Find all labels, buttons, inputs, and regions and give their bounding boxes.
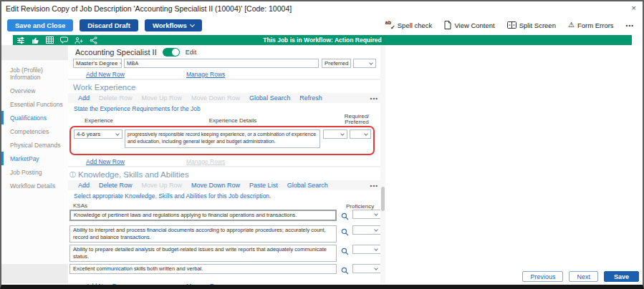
sidebar-item-job-posting[interactable]: Job Posting [1,165,68,179]
comment-icon[interactable] [60,36,68,44]
split-screen-icon [507,21,516,29]
experience-extra-select[interactable] [350,129,371,139]
experience-column-header: Experience [74,117,124,124]
more-options-button[interactable]: ••• [626,22,634,29]
search-icon[interactable] [341,265,349,278]
chevron-down-icon [369,61,373,65]
form-errors-button[interactable]: ⚠ Form Errors [568,21,614,29]
sidebar-item-marketpay[interactable]: MarketPay [1,152,68,165]
discard-draft-button[interactable]: Discard Draft [80,19,138,31]
search-icon[interactable] [341,210,349,223]
proficiency-select[interactable] [352,225,381,235]
refresh-button[interactable]: Refresh [299,94,322,102]
proficiency-column-header: Proficiency [346,203,374,210]
table-icon[interactable] [46,36,54,44]
sidebar-item-overview[interactable]: Overview [1,84,68,97]
close-icon[interactable]: × [632,4,636,12]
proficiency-select[interactable] [352,264,381,273]
experience-details-textarea[interactable]: progressively responsible record keeping… [125,129,320,148]
save-button[interactable]: Save [604,271,639,282]
view-content-button[interactable]: View Content [444,21,494,29]
global-search-button[interactable]: Global Search [249,94,290,102]
education-links-row: Add New Row Manage Rows [68,68,384,79]
sidebar-item-job-profile-information[interactable]: Job (Profile) Information [1,63,68,84]
search-icon[interactable] [341,226,349,239]
job-title-row: Accounting Specialist II Edit [68,45,384,59]
experience-required-select[interactable] [323,129,347,139]
split-screen-button[interactable]: Split Screen [507,21,556,29]
sidebar-item-qualifications[interactable]: Qualifications [1,111,68,124]
work-experience-instruction: State the Experience Requirements for th… [68,103,384,114]
workflows-button[interactable]: Workflows [145,19,202,31]
add-person-icon[interactable] [75,36,83,44]
global-search-button[interactable]: Global Search [287,182,328,189]
chevron-down-icon [120,61,122,65]
add-new-row-link[interactable]: Add New Row [86,71,125,78]
chevron-down-icon [374,227,378,232]
move-down-row-button[interactable]: Move Down Row [191,182,240,189]
spell-check-label: Spell check [398,21,433,29]
experience-row-annotated: 4-6 years progressively responsible reco… [69,126,375,155]
work-experience-links-row: Add New Row Manage Rows [68,155,384,167]
degree-extra-select[interactable] [353,59,376,68]
content-scrollbar[interactable] [380,45,385,283]
manage-rows-link: Manage Rows [186,158,225,165]
proficiency-select[interactable] [352,210,381,219]
ksa-row: Knowledge of pertinent laws and regulati… [69,210,384,223]
search-icon[interactable] [341,245,349,258]
degree-required-select[interactable]: Preferred [322,59,351,68]
add-button[interactable]: Add [78,182,90,189]
paste-list-button[interactable]: Paste List [249,182,278,189]
job-title: Accounting Specialist II [75,48,157,57]
add-new-row-link[interactable]: Add New Row [86,283,125,289]
ksa-row: Ability to interpret and process financi… [69,225,384,243]
more-options-button[interactable]: ••• [370,95,378,102]
manage-rows-link[interactable]: Manage Rows [186,71,225,78]
document-icon [444,21,451,29]
previous-button[interactable]: Previous [522,271,563,282]
sliders-icon[interactable] [16,36,25,44]
degree-required-value: Preferred [325,60,348,67]
sidebar-item-workflow-details[interactable]: Workflow Details [1,179,68,192]
form-content: Accounting Specialist II Edit Master's D… [68,45,385,283]
sidebar-item-essential-functions[interactable]: Essential Functions [1,97,68,111]
save-and-close-button[interactable]: Save and Close [7,19,73,31]
manage-rows-link[interactable]: Manage Rows [186,283,225,289]
sidebar-item-physical-demands[interactable]: Physical Demands [1,138,68,152]
sidebar-item-list: Job (Profile) Information Overview Essen… [1,60,68,192]
education-row: Master's Degree MBA Preferred [73,59,384,68]
degree-select[interactable]: Master's Degree [73,59,122,68]
more-options-button[interactable]: ••• [370,182,378,189]
ksas-column-header: KSAs [73,202,87,209]
sidebar-top-spacer [1,45,68,60]
page-title: Edit Revision Copy of Job Description 'A… [6,4,292,13]
thumbs-up-icon[interactable] [32,36,39,44]
ksa-text-input[interactable]: Knowledge of pertinent laws and regulati… [69,210,337,221]
delete-row-button[interactable]: Delete Row [99,182,133,189]
sidebar-item-competencies[interactable]: Competencies [1,124,68,138]
scrollbar-thumb[interactable] [381,187,385,211]
info-icon[interactable]: ⓘ [69,172,76,178]
next-button[interactable]: Next [569,271,598,282]
add-new-row-link[interactable]: Add New Row [86,158,125,165]
experience-value: 4-6 years [77,131,100,137]
ksa-links-row: Add New Row Manage Rows [68,280,384,289]
ksa-text-input[interactable]: Ability to interpret and process financi… [69,225,337,243]
form-errors-label: Form Errors [577,21,614,29]
ksa-text-input[interactable]: Ability to prepare detailed analysis of … [69,245,337,262]
chevron-down-icon [115,132,120,136]
degree-details-input[interactable]: MBA [124,59,319,68]
work-experience-column-headers: Experience Experience Details Required/ … [68,114,384,126]
chevron-down-icon [190,21,195,26]
banner-icon-group [16,36,97,44]
proficiency-select[interactable] [352,245,381,254]
view-content-label: View Content [454,21,494,29]
required-preferred-column-header: Required/ Preferred [335,114,379,125]
spell-check-button[interactable]: ab✓ Spell check [385,21,433,29]
share-icon[interactable] [90,36,97,44]
add-button[interactable]: Add [78,94,90,102]
experience-select[interactable]: 4-6 years [74,129,122,139]
ksa-text-input[interactable]: Excellent communication skills both writ… [69,264,337,274]
edit-toggle[interactable] [163,48,180,57]
ksa-row: Excellent communication skills both writ… [69,264,384,278]
